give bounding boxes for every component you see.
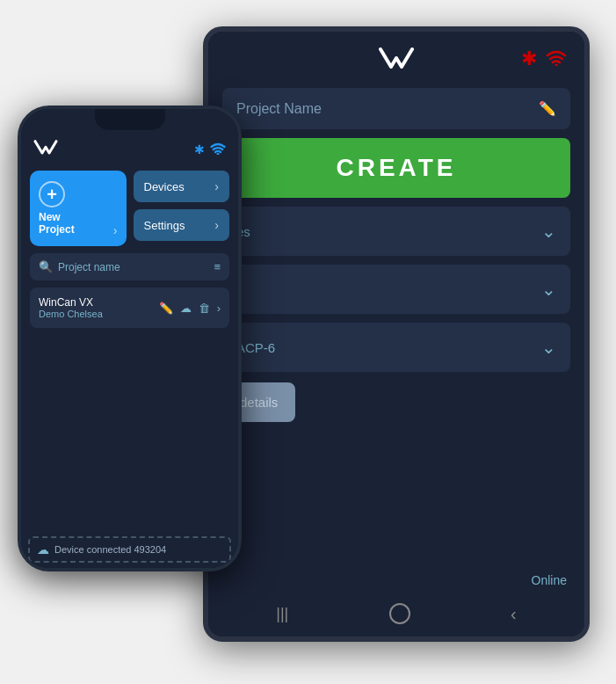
project-item-name: WinCan VX	[39, 296, 103, 309]
cloud-sync-icon[interactable]: ☁	[180, 302, 192, 315]
wifi-icon	[546, 48, 567, 70]
create-button[interactable]: CREATE	[222, 138, 570, 198]
search-icon: 🔍	[39, 260, 53, 273]
settings-chevron-icon: ›	[214, 218, 219, 232]
search-input[interactable]: Project name	[58, 261, 208, 273]
dropdown-row-acp[interactable]: ACP-6 ⌄	[222, 323, 570, 372]
phone-top-grid: + NewProject › Devices › Settings ›	[30, 171, 229, 246]
phone-notch	[95, 109, 165, 130]
online-status: Online	[532, 573, 567, 587]
tablet-logo	[339, 46, 453, 72]
svg-point-0	[554, 63, 557, 66]
filter-icon[interactable]: ≡	[214, 260, 221, 273]
tablet-header: ✱	[208, 32, 584, 79]
phone-logo	[33, 139, 58, 160]
nav-lines-icon: |||	[276, 605, 288, 623]
tablet-footer: Online	[208, 564, 584, 596]
svg-point-1	[217, 153, 220, 155]
dropdown-row-1[interactable]: es ⌄	[222, 207, 570, 256]
device-connected-text: Device connected 493204	[54, 544, 166, 555]
new-project-label: NewProject	[39, 211, 75, 236]
phone-content: + NewProject › Devices › Settings ›	[21, 164, 238, 536]
project-name-label: Project Name	[236, 101, 322, 117]
project-name-field[interactable]: Project Name ✏️	[222, 88, 570, 129]
project-item-actions: ✏️ ☁ 🗑 ›	[159, 302, 221, 315]
edit-project-icon[interactable]: ✏️	[159, 302, 173, 315]
project-arrow-icon[interactable]: ›	[217, 302, 221, 315]
tablet: ✱ Project Name ✏️ CR	[203, 26, 590, 642]
settings-label: Settings	[144, 219, 185, 232]
nav-back-icon: ‹	[511, 604, 517, 624]
phone-bluetooth-icon: ✱	[194, 142, 205, 156]
devices-button[interactable]: Devices ›	[134, 171, 230, 202]
delete-project-icon[interactable]: 🗑	[199, 302, 210, 315]
settings-button[interactable]: Settings ›	[134, 209, 230, 241]
chevron-down-icon-1: ⌄	[541, 221, 556, 242]
chevron-down-icon-3: ⌄	[541, 337, 556, 358]
new-project-arrow-icon: ›	[113, 223, 118, 237]
scene: ✱ Project Name ✏️ CR	[0, 0, 616, 684]
phone: ✱ +	[18, 106, 242, 571]
device-connected-bar: ☁ Device connected 493204	[28, 536, 231, 563]
tablet-nav: ||| ‹	[208, 596, 584, 637]
edit-icon: ✏️	[539, 100, 556, 117]
project-item-info: WinCan VX Demo Chelsea	[39, 296, 103, 319]
nav-home-icon[interactable]	[389, 603, 410, 624]
phone-header: ✱	[21, 134, 238, 164]
tablet-content: Project Name ✏️ CREATE es ⌄ ⌄ ACP-6 ⌄ de…	[208, 79, 584, 564]
project-list-item[interactable]: WinCan VX Demo Chelsea ✏️ ☁ 🗑 ›	[30, 287, 229, 328]
chevron-down-icon-2: ⌄	[541, 279, 556, 300]
plus-icon: +	[39, 181, 65, 207]
right-menu-buttons: Devices › Settings ›	[134, 171, 230, 246]
search-bar[interactable]: 🔍 Project name ≡	[30, 253, 229, 280]
cloud-icon-footer: ☁	[37, 542, 49, 557]
project-item-sub: Demo Chelsea	[39, 309, 103, 319]
new-project-button[interactable]: + NewProject ›	[30, 171, 127, 246]
phone-wifi-icon	[210, 142, 226, 157]
devices-label: Devices	[144, 180, 185, 193]
devices-chevron-icon: ›	[214, 179, 219, 193]
dropdown-row-2[interactable]: ⌄	[222, 265, 570, 314]
bluetooth-icon: ✱	[521, 47, 537, 70]
phone-status-icons: ✱	[194, 142, 226, 157]
acp-label: ACP-6	[236, 340, 275, 355]
